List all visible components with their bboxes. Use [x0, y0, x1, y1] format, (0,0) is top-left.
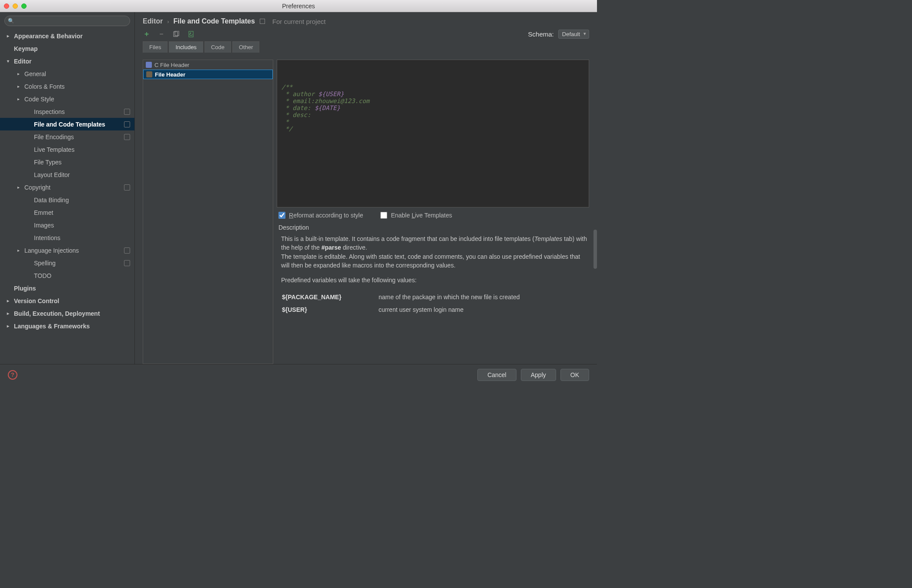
sidebar-item-language-injections[interactable]: ▸Language Injections — [0, 244, 134, 257]
cancel-button[interactable]: Cancel — [477, 369, 516, 381]
editor-line: * author ${USER} — [282, 90, 584, 97]
schema-select[interactable]: Default — [558, 30, 589, 39]
sidebar-item-keymap[interactable]: Keymap — [0, 42, 134, 55]
main-panel: Editor › File and Code Templates For cur… — [135, 12, 597, 364]
c-file-icon — [146, 62, 152, 68]
sidebar-item-appearance-behavior[interactable]: ▸Appearance & Behavior — [0, 30, 134, 42]
template-item-label: File Header — [155, 71, 185, 78]
sidebar-item-label: Languages & Frameworks — [14, 323, 130, 330]
breadcrumb: Editor › File and Code Templates For cur… — [135, 12, 597, 30]
add-template-button[interactable]: ＋ — [143, 30, 151, 38]
schema-label: Schema: — [528, 30, 554, 38]
breadcrumb-root[interactable]: Editor — [143, 17, 163, 25]
template-item-file-header[interactable]: File Header — [143, 70, 273, 79]
editor-line: * email:zhouwei@123.com — [282, 97, 584, 104]
copy-template-button[interactable] — [172, 30, 180, 38]
sidebar-item-label: Colors & Fonts — [24, 83, 130, 90]
tree-arrow-icon: ▾ — [7, 59, 14, 63]
var-desc: name of the package in which the new fil… — [379, 291, 587, 303]
sidebar-item-copyright[interactable]: ▸Copyright — [0, 181, 134, 194]
tab-other[interactable]: Other — [232, 41, 260, 53]
sidebar-item-version-control[interactable]: ▸Version Control — [0, 294, 134, 307]
sidebar-item-colors-fonts[interactable]: ▸Colors & Fonts — [0, 80, 134, 93]
sidebar-item-label: File Encodings — [34, 134, 124, 140]
tree-arrow-icon: ▸ — [17, 97, 24, 101]
tab-files[interactable]: Files — [143, 41, 168, 53]
sidebar-item-todo[interactable]: TODO — [0, 269, 134, 282]
sidebar-item-intentions[interactable]: Intentions — [0, 231, 134, 244]
settings-tree[interactable]: ▸Appearance & BehaviorKeymap▾Editor▸Gene… — [0, 30, 134, 364]
titlebar: Preferences — [0, 0, 597, 12]
sidebar-item-label: Code Style — [24, 96, 130, 103]
predefined-vars-table: ${PACKAGE_NAME}name of the package in wh… — [281, 291, 587, 316]
var-row: ${PACKAGE_NAME}name of the package in wh… — [282, 291, 587, 303]
editor-line: * date: ${DATE} — [282, 104, 584, 111]
tab-includes[interactable]: Includes — [169, 41, 203, 53]
tab-code[interactable]: Code — [205, 41, 231, 53]
sidebar-item-data-binding[interactable]: Data Binding — [0, 194, 134, 206]
split-handle-icon[interactable]: ⋮ — [277, 131, 278, 136]
sidebar-item-label: Inspections — [34, 108, 124, 115]
sidebar-item-label: File Types — [34, 159, 130, 166]
sidebar-item-images[interactable]: Images — [0, 219, 134, 231]
sidebar-item-label: Plugins — [14, 285, 130, 292]
template-list[interactable]: C File HeaderFile Header — [143, 60, 273, 364]
breadcrumb-hint: For current project — [272, 18, 326, 25]
editor-line: * desc: — [282, 111, 584, 118]
sidebar-item-code-style[interactable]: ▸Code Style — [0, 93, 134, 105]
template-editor[interactable]: ⋮ /** * author ${USER} * email:zhouwei@1… — [277, 60, 589, 207]
dialog-footer: ? Cancel Apply OK — [0, 364, 597, 385]
project-scope-icon — [124, 121, 130, 127]
sidebar-item-languages-frameworks[interactable]: ▸Languages & Frameworks — [0, 320, 134, 332]
sidebar-item-label: Copyright — [24, 184, 124, 191]
sidebar-item-label: File and Code Templates — [34, 121, 124, 128]
sidebar-item-layout-editor[interactable]: Layout Editor — [0, 168, 134, 181]
enable-live-templates-checkbox[interactable]: Enable Live Templates — [380, 212, 452, 219]
sidebar-item-label: Emmet — [34, 209, 130, 216]
remove-template-button[interactable]: － — [158, 30, 165, 38]
sidebar-item-plugins[interactable]: Plugins — [0, 282, 134, 294]
sidebar-item-inspections[interactable]: Inspections — [0, 105, 134, 118]
var-name: ${USER} — [282, 304, 378, 315]
project-scope-icon — [124, 247, 130, 254]
sidebar-item-label: Spelling — [34, 260, 124, 267]
tree-arrow-icon: ▸ — [17, 71, 24, 76]
search-input[interactable] — [4, 16, 130, 26]
ok-button[interactable]: OK — [560, 369, 589, 381]
sidebar-item-editor[interactable]: ▾Editor — [0, 55, 134, 67]
editor-line: * — [282, 118, 584, 125]
sidebar-item-file-and-code-templates[interactable]: File and Code Templates — [0, 118, 134, 130]
project-scope-icon — [259, 18, 265, 24]
java-file-icon — [146, 71, 152, 77]
sidebar-item-general[interactable]: ▸General — [0, 67, 134, 80]
reset-template-button[interactable] — [187, 30, 195, 38]
project-scope-icon — [124, 109, 130, 115]
sidebar-item-file-encodings[interactable]: File Encodings — [0, 130, 134, 143]
sidebar-item-label: Data Binding — [34, 197, 130, 204]
sidebar: 🔍 ▸Appearance & BehaviorKeymap▾Editor▸Ge… — [0, 12, 135, 364]
sidebar-item-file-types[interactable]: File Types — [0, 156, 134, 168]
sidebar-item-live-templates[interactable]: Live Templates — [0, 143, 134, 156]
apply-button[interactable]: Apply — [521, 369, 556, 381]
sidebar-item-label: Intentions — [34, 234, 130, 241]
sidebar-item-emmet[interactable]: Emmet — [0, 206, 134, 219]
sidebar-item-build-execution-deployment[interactable]: ▸Build, Execution, Deployment — [0, 307, 134, 320]
description-heading: Description — [277, 222, 589, 234]
project-scope-icon — [124, 184, 130, 190]
help-button[interactable]: ? — [8, 370, 17, 380]
template-item-c-file-header[interactable]: C File Header — [143, 60, 273, 70]
var-row: ${USER}current user system login name — [282, 304, 587, 315]
var-desc: current user system login name — [379, 304, 587, 315]
sidebar-item-label: Layout Editor — [34, 171, 130, 178]
reformat-checkbox[interactable]: Reformat according to style — [278, 212, 363, 219]
sidebar-item-spelling[interactable]: Spelling — [0, 257, 134, 269]
sidebar-item-label: General — [24, 70, 130, 77]
scrollbar-thumb[interactable] — [593, 230, 597, 269]
sidebar-item-label: Build, Execution, Deployment — [14, 310, 130, 317]
editor-line: */ — [282, 125, 584, 132]
tree-arrow-icon: ▸ — [7, 298, 14, 303]
sidebar-item-label: TODO — [34, 272, 130, 279]
svg-rect-2 — [189, 31, 193, 37]
editor-line: /** — [282, 84, 584, 90]
search-icon: 🔍 — [8, 18, 14, 24]
